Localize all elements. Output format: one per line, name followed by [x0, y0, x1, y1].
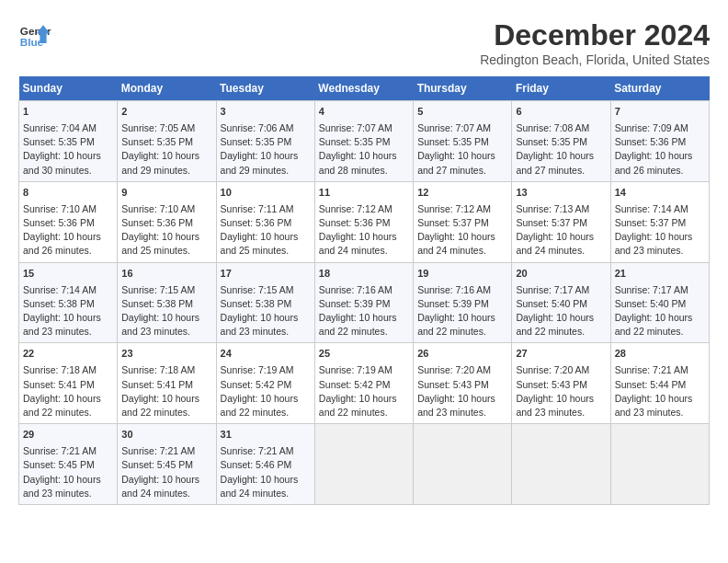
sunrise-text: Sunrise: 7:14 AM: [23, 284, 97, 295]
sunrise-text: Sunrise: 7:15 AM: [121, 284, 195, 295]
sunset-text: Sunset: 5:39 PM: [417, 298, 489, 309]
day-number: 30: [121, 428, 211, 442]
calendar-cell: 24Sunrise: 7:19 AMSunset: 5:42 PMDayligh…: [216, 343, 314, 424]
sunrise-text: Sunrise: 7:17 AM: [516, 284, 589, 295]
sunset-text: Sunset: 5:36 PM: [121, 217, 193, 228]
calendar-table: SundayMondayTuesdayWednesdayThursdayFrid…: [18, 76, 710, 505]
daylight-text: Daylight: 10 hours and 23 minutes.: [615, 231, 693, 256]
sunset-text: Sunset: 5:35 PM: [319, 136, 391, 147]
daylight-text: Daylight: 10 hours and 25 minutes.: [121, 231, 199, 256]
daylight-text: Daylight: 10 hours and 23 minutes.: [23, 312, 101, 337]
calendar-header-row: SundayMondayTuesdayWednesdayThursdayFrid…: [19, 76, 710, 101]
sunset-text: Sunset: 5:35 PM: [221, 136, 292, 147]
sunrise-text: Sunrise: 7:10 AM: [121, 203, 195, 214]
sunset-text: Sunset: 5:41 PM: [121, 379, 193, 390]
sunset-text: Sunset: 5:37 PM: [615, 217, 687, 228]
day-number: 7: [615, 105, 705, 120]
sunrise-text: Sunrise: 7:15 AM: [221, 284, 294, 295]
sunrise-text: Sunrise: 7:19 AM: [221, 364, 294, 375]
sunset-text: Sunset: 5:36 PM: [615, 136, 687, 147]
day-number: 21: [615, 267, 705, 282]
calendar-cell: 18Sunrise: 7:16 AMSunset: 5:39 PMDayligh…: [314, 262, 413, 343]
calendar-cell: 25Sunrise: 7:19 AMSunset: 5:42 PMDayligh…: [314, 343, 413, 424]
sunrise-text: Sunrise: 7:08 AM: [516, 122, 589, 133]
sunrise-text: Sunrise: 7:05 AM: [121, 122, 195, 133]
sunrise-text: Sunrise: 7:18 AM: [121, 364, 195, 375]
sunrise-text: Sunrise: 7:07 AM: [417, 122, 491, 133]
calendar-cell: 3Sunrise: 7:06 AMSunset: 5:35 PMDaylight…: [216, 101, 314, 182]
calendar-cell: 10Sunrise: 7:11 AMSunset: 5:36 PMDayligh…: [216, 181, 314, 262]
daylight-text: Daylight: 10 hours and 22 minutes.: [319, 312, 397, 337]
daylight-text: Daylight: 10 hours and 23 minutes.: [417, 393, 495, 418]
sunrise-text: Sunrise: 7:12 AM: [319, 203, 392, 214]
day-number: 10: [221, 186, 311, 201]
sunset-text: Sunset: 5:44 PM: [615, 379, 687, 390]
calendar-cell: 13Sunrise: 7:13 AMSunset: 5:37 PMDayligh…: [512, 181, 610, 262]
sunrise-text: Sunrise: 7:07 AM: [319, 122, 392, 133]
calendar-cell: 20Sunrise: 7:17 AMSunset: 5:40 PMDayligh…: [512, 262, 610, 343]
day-number: 6: [516, 105, 606, 120]
sunrise-text: Sunrise: 7:04 AM: [23, 122, 97, 133]
daylight-text: Daylight: 10 hours and 29 minutes.: [221, 150, 299, 175]
day-header-saturday: Saturday: [610, 76, 709, 101]
daylight-text: Daylight: 10 hours and 22 minutes.: [23, 393, 101, 418]
calendar-cell: 22Sunrise: 7:18 AMSunset: 5:41 PMDayligh…: [19, 343, 118, 424]
day-number: 25: [319, 347, 409, 362]
sunset-text: Sunset: 5:35 PM: [516, 136, 587, 147]
title-block: December 2024 Redington Beach, Florida, …: [480, 18, 710, 67]
sunset-text: Sunset: 5:40 PM: [615, 298, 687, 309]
day-header-monday: Monday: [118, 76, 216, 101]
daylight-text: Daylight: 10 hours and 22 minutes.: [615, 312, 693, 337]
daylight-text: Daylight: 10 hours and 24 minutes.: [121, 474, 199, 499]
daylight-text: Daylight: 10 hours and 22 minutes.: [221, 393, 299, 418]
sunrise-text: Sunrise: 7:14 AM: [615, 203, 688, 214]
page-title: December 2024: [480, 18, 710, 52]
sunrise-text: Sunrise: 7:17 AM: [615, 284, 688, 295]
day-number: 28: [615, 347, 705, 362]
day-number: 19: [417, 267, 507, 282]
sunset-text: Sunset: 5:36 PM: [221, 217, 292, 228]
sunrise-text: Sunrise: 7:20 AM: [417, 364, 491, 375]
calendar-cell: 31Sunrise: 7:21 AMSunset: 5:46 PMDayligh…: [216, 424, 314, 505]
day-number: 11: [319, 186, 409, 201]
sunset-text: Sunset: 5:41 PM: [23, 379, 95, 390]
sunset-text: Sunset: 5:45 PM: [23, 459, 95, 470]
sunset-text: Sunset: 5:35 PM: [23, 136, 95, 147]
calendar-week-row: 1Sunrise: 7:04 AMSunset: 5:35 PMDaylight…: [19, 101, 710, 182]
calendar-cell: 12Sunrise: 7:12 AMSunset: 5:37 PMDayligh…: [414, 181, 512, 262]
daylight-text: Daylight: 10 hours and 29 minutes.: [121, 150, 199, 175]
day-header-sunday: Sunday: [19, 76, 118, 101]
calendar-cell: [414, 424, 512, 505]
daylight-text: Daylight: 10 hours and 22 minutes.: [121, 393, 199, 418]
day-number: 31: [221, 428, 311, 442]
day-number: 2: [121, 105, 211, 120]
calendar-cell: 30Sunrise: 7:21 AMSunset: 5:45 PMDayligh…: [118, 424, 216, 505]
sunset-text: Sunset: 5:43 PM: [417, 379, 489, 390]
calendar-cell: 23Sunrise: 7:18 AMSunset: 5:41 PMDayligh…: [118, 343, 216, 424]
day-number: 27: [516, 347, 606, 362]
sunset-text: Sunset: 5:45 PM: [121, 459, 193, 470]
calendar-body: 1Sunrise: 7:04 AMSunset: 5:35 PMDaylight…: [19, 101, 710, 505]
calendar-cell: 16Sunrise: 7:15 AMSunset: 5:38 PMDayligh…: [118, 262, 216, 343]
daylight-text: Daylight: 10 hours and 27 minutes.: [417, 150, 495, 175]
calendar-cell: [512, 424, 610, 505]
daylight-text: Daylight: 10 hours and 30 minutes.: [23, 150, 101, 175]
sunrise-text: Sunrise: 7:18 AM: [23, 364, 97, 375]
daylight-text: Daylight: 10 hours and 22 minutes.: [319, 393, 397, 418]
calendar-cell: 4Sunrise: 7:07 AMSunset: 5:35 PMDaylight…: [314, 101, 413, 182]
day-number: 14: [615, 186, 705, 201]
daylight-text: Daylight: 10 hours and 28 minutes.: [319, 150, 397, 175]
day-number: 16: [121, 267, 211, 282]
calendar-week-row: 15Sunrise: 7:14 AMSunset: 5:38 PMDayligh…: [19, 262, 710, 343]
sunset-text: Sunset: 5:42 PM: [319, 379, 391, 390]
calendar-cell: 1Sunrise: 7:04 AMSunset: 5:35 PMDaylight…: [19, 101, 118, 182]
sunrise-text: Sunrise: 7:19 AM: [319, 364, 392, 375]
sunset-text: Sunset: 5:35 PM: [121, 136, 193, 147]
sunset-text: Sunset: 5:36 PM: [23, 217, 95, 228]
sunrise-text: Sunrise: 7:21 AM: [221, 445, 294, 456]
daylight-text: Daylight: 10 hours and 22 minutes.: [417, 312, 495, 337]
day-number: 13: [516, 186, 606, 201]
sunrise-text: Sunrise: 7:13 AM: [516, 203, 589, 214]
sunrise-text: Sunrise: 7:21 AM: [23, 445, 97, 456]
sunset-text: Sunset: 5:46 PM: [221, 459, 292, 470]
